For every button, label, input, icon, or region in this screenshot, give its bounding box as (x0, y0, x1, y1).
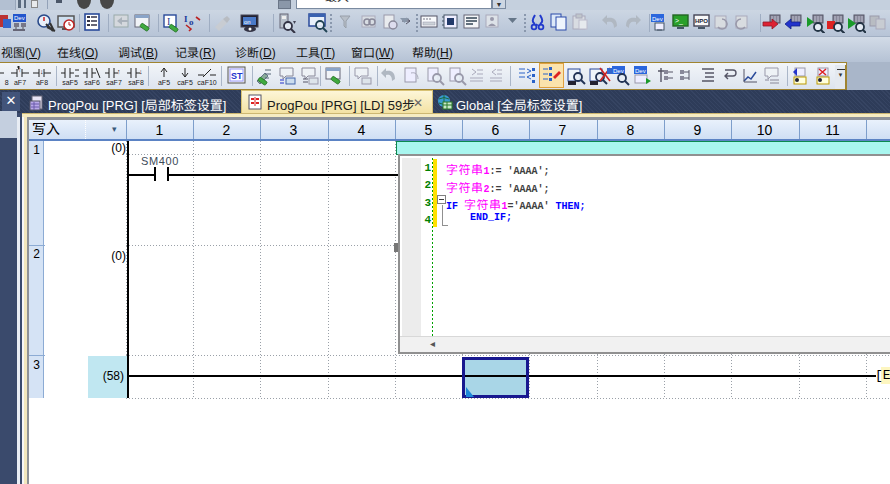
svg-text:↑: ↑ (117, 68, 121, 75)
svg-text:I: I (184, 14, 188, 24)
svg-text:↓: ↓ (139, 68, 143, 75)
svg-text:↑: ↑ (18, 66, 22, 73)
svg-text:Dev: Dev (635, 68, 646, 74)
svg-text:Dev: Dev (652, 16, 663, 22)
svg-text:on: on (244, 19, 251, 25)
svg-text:↓: ↓ (40, 68, 44, 75)
svg-text:>_: >_ (675, 17, 683, 25)
svg-text:o: o (189, 17, 194, 27)
svg-text:Dev: Dev (613, 68, 624, 74)
svg-text:ST: ST (231, 71, 243, 81)
svg-text:HPO: HPO (695, 18, 708, 24)
svg-text:Dev: Dev (14, 15, 25, 21)
